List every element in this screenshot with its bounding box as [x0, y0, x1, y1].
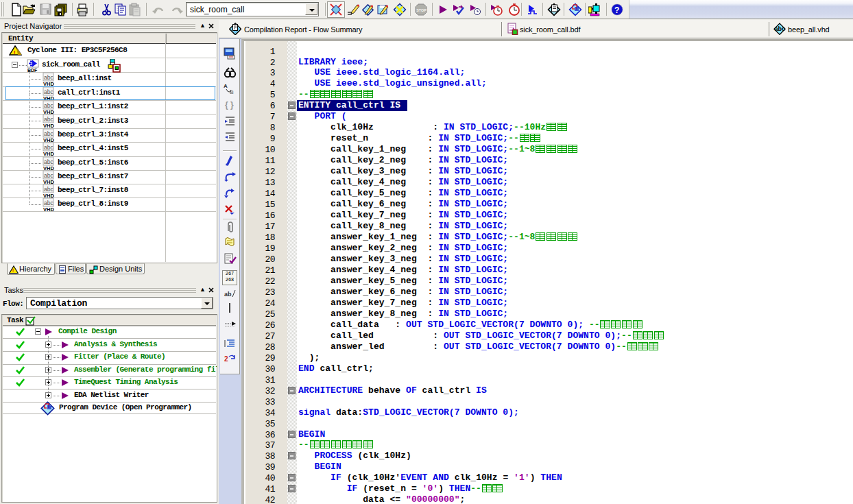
svg-text:{ }: { } [225, 100, 234, 110]
svg-text:abc: abc [775, 25, 786, 32]
svg-text:!: ! [12, 268, 14, 273]
svg-text:A: A [224, 83, 228, 89]
svg-text:2: 2 [224, 355, 228, 363]
svg-text:STOP: STOP [416, 8, 426, 12]
svg-text:?: ? [614, 5, 619, 15]
svg-text:ab: ab [224, 291, 232, 298]
